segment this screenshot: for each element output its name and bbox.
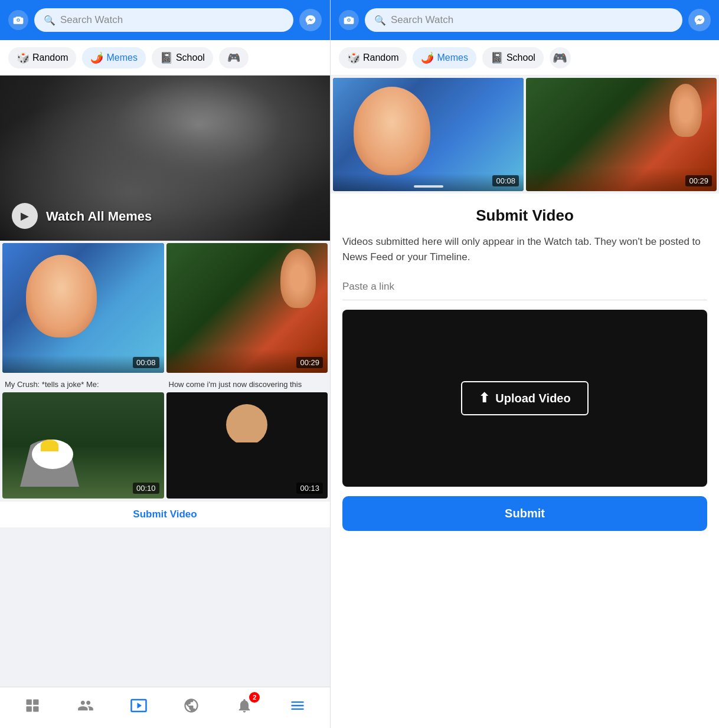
right-video-thumb-1[interactable]: 00:08 bbox=[333, 78, 524, 191]
meme-caption-1: My Crush: *tells a joke* Me: bbox=[2, 378, 164, 390]
right-top-bar: 🔍 Search Watch bbox=[331, 0, 719, 40]
left-category-tabs: 🎲 Random 🌶️ Memes 📓 School 🎮 bbox=[0, 40, 330, 76]
left-tab-random-label: Random bbox=[32, 53, 68, 63]
meme-item-1: My Crush: *tells a joke* Me: 00:10 bbox=[2, 378, 164, 499]
right-tab-random[interactable]: 🎲 Random bbox=[339, 47, 407, 68]
nav-notifications[interactable]: 2 bbox=[227, 693, 262, 723]
right-search-icon: 🔍 bbox=[374, 15, 386, 26]
left-panel: 🔍 Search Watch 🎲 Random 🌶️ Memes 📓 Schoo… bbox=[0, 0, 331, 728]
duration-badge-1: 00:08 bbox=[133, 357, 159, 368]
left-tab-memes[interactable]: 🌶️ Memes bbox=[82, 47, 145, 68]
right-tab-school-label: School bbox=[506, 53, 535, 63]
nav-friends[interactable] bbox=[68, 693, 103, 723]
right-duration-1: 00:08 bbox=[492, 175, 519, 186]
menu-icon bbox=[289, 697, 306, 718]
right-search-text: Search Watch bbox=[391, 14, 453, 26]
more-emoji: 🎮 bbox=[227, 51, 240, 64]
submit-video-description: Videos submitted here will only appear i… bbox=[342, 234, 707, 264]
right-panel: 🔍 Search Watch 🎲 Random 🌶️ Memes 📓 Schoo… bbox=[331, 0, 719, 728]
right-camera-icon[interactable] bbox=[339, 10, 359, 30]
right-school-emoji: 📓 bbox=[491, 51, 504, 64]
submit-label: Submit bbox=[505, 507, 545, 520]
left-search-icon: 🔍 bbox=[44, 15, 55, 26]
left-tab-memes-label: Memes bbox=[106, 53, 137, 63]
right-category-tabs: 🎲 Random 🌶️ Memes 📓 School 🎮 bbox=[331, 40, 719, 76]
nav-feed[interactable] bbox=[15, 693, 50, 723]
right-messenger-icon[interactable] bbox=[688, 9, 711, 31]
svg-rect-2 bbox=[26, 706, 31, 711]
left-tab-school-label: School bbox=[176, 53, 205, 63]
left-tab-random[interactable]: 🎲 Random bbox=[8, 47, 76, 68]
left-messenger-icon[interactable] bbox=[299, 9, 322, 31]
meme-thumb-1[interactable]: 00:10 bbox=[2, 392, 164, 499]
right-more-icon: 🎮 bbox=[553, 51, 567, 65]
duration-badge-person: 00:13 bbox=[296, 483, 323, 494]
right-memes-emoji: 🌶️ bbox=[421, 51, 434, 64]
submit-video-title: Submit Video bbox=[342, 206, 707, 225]
duration-badge-2: 00:29 bbox=[296, 357, 323, 368]
right-tab-memes-label: Memes bbox=[437, 53, 468, 63]
right-video-thumb-2[interactable]: 00:29 bbox=[526, 78, 717, 191]
right-search-bar[interactable]: 🔍 Search Watch bbox=[365, 8, 682, 32]
submit-button[interactable]: Submit bbox=[342, 496, 707, 531]
right-video-row: 00:08 00:29 bbox=[331, 76, 719, 194]
left-content-area: ▶ Watch All Memes 00:08 00:29 bbox=[0, 76, 330, 687]
video-thumb-1[interactable]: 00:08 bbox=[2, 243, 164, 373]
nav-watch[interactable] bbox=[121, 693, 156, 723]
right-tab-random-label: Random bbox=[363, 53, 398, 63]
left-tab-school[interactable]: 📓 School bbox=[152, 47, 213, 68]
svg-rect-1 bbox=[33, 700, 38, 705]
video-thumb-2[interactable]: 00:29 bbox=[166, 243, 328, 373]
meme-item-2: How come i'm just now discovering this 0… bbox=[166, 378, 328, 499]
nav-groups[interactable] bbox=[174, 693, 209, 723]
right-duration-2: 00:29 bbox=[685, 175, 712, 186]
groups-icon bbox=[183, 697, 200, 718]
right-random-emoji: 🎲 bbox=[347, 51, 360, 64]
video-grid-row1: 00:08 00:29 bbox=[0, 241, 330, 375]
right-tab-memes[interactable]: 🌶️ Memes bbox=[413, 47, 476, 68]
watch-icon bbox=[130, 697, 148, 719]
left-submit-video-text: Submit Video bbox=[133, 509, 197, 520]
meme-thumb-2[interactable]: 00:13 bbox=[166, 392, 328, 499]
meme-section: My Crush: *tells a joke* Me: 00:10 How c… bbox=[0, 375, 330, 501]
memes-emoji: 🌶️ bbox=[90, 51, 103, 64]
upload-label: Upload Video bbox=[495, 392, 570, 405]
left-submit-video-bar[interactable]: Submit Video bbox=[0, 501, 330, 527]
right-tab-more[interactable]: 🎮 bbox=[550, 47, 571, 68]
notification-badge: 2 bbox=[249, 692, 260, 703]
left-camera-icon[interactable] bbox=[8, 10, 28, 30]
nav-menu[interactable] bbox=[280, 693, 315, 723]
left-tab-more[interactable]: 🎮 bbox=[219, 47, 249, 68]
meme-caption-2: How come i'm just now discovering this bbox=[166, 378, 328, 390]
left-top-bar: 🔍 Search Watch bbox=[0, 0, 330, 40]
feed-icon bbox=[24, 697, 41, 718]
watch-all-label: Watch All Memes bbox=[46, 209, 152, 224]
duration-badge-seagull: 00:10 bbox=[133, 483, 159, 494]
submit-video-panel: Submit Video Videos submitted here will … bbox=[331, 194, 719, 728]
svg-rect-3 bbox=[33, 706, 38, 711]
school-emoji: 📓 bbox=[160, 51, 173, 64]
left-search-bar[interactable]: 🔍 Search Watch bbox=[34, 8, 293, 32]
random-emoji: 🎲 bbox=[17, 51, 30, 64]
play-button[interactable]: ▶ bbox=[12, 203, 38, 229]
featured-video[interactable]: ▶ Watch All Memes bbox=[0, 76, 330, 241]
paste-link-input[interactable] bbox=[342, 274, 707, 300]
left-search-text: Search Watch bbox=[60, 14, 123, 26]
friends-icon bbox=[77, 697, 94, 718]
bottom-nav: 2 bbox=[0, 687, 330, 728]
upload-area[interactable]: ⬆ Upload Video bbox=[342, 310, 707, 487]
svg-rect-0 bbox=[26, 700, 31, 705]
upload-arrow-icon: ⬆ bbox=[479, 391, 489, 406]
right-tab-school[interactable]: 📓 School bbox=[482, 47, 544, 68]
upload-button[interactable]: ⬆ Upload Video bbox=[461, 381, 588, 415]
